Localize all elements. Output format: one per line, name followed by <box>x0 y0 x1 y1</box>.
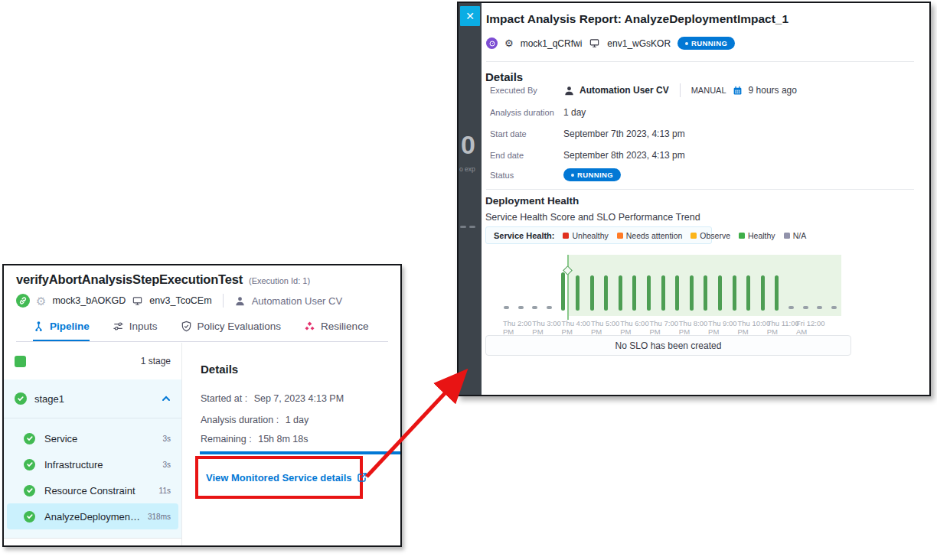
health-source-icon <box>486 37 498 49</box>
start-date-row: Start date September 7th 2023, 4:13 pm <box>490 129 685 139</box>
view-monitored-service-link[interactable]: View Monitored Service details <box>206 472 367 483</box>
legend-item-healthy: Healthy <box>739 231 775 240</box>
analysis-duration-row: Analysis duration : 1 day <box>201 415 309 425</box>
check-circle-icon <box>24 485 35 497</box>
x-axis-tick: Thu 10:00 PM <box>737 319 770 336</box>
executed-time: 9 hours ago <box>749 85 797 96</box>
legend-item-n-a: N/A <box>784 231 807 240</box>
divider <box>223 294 224 308</box>
background-remnant-dash <box>460 226 466 228</box>
x-axis-tick: Thu 4:00 PM <box>562 319 591 336</box>
resilience-icon <box>304 321 315 332</box>
stage-count-row: 1 stage <box>4 343 181 380</box>
check-circle-icon <box>24 511 35 523</box>
status-badge: RUNNING <box>677 37 735 50</box>
impact-analysis-modal: ✕ 0 o exp Impact Analysis Report: Analyz… <box>457 2 931 396</box>
service-health-legend: Service Health: UnhealthyNeeds attention… <box>485 226 712 244</box>
modal-title: Impact Analysis Report: AnalyzeDeploymen… <box>486 12 788 26</box>
execution-header: verifyAbortAnalysisStepExecutionTest (Ex… <box>4 265 400 342</box>
status-dot <box>685 42 688 45</box>
modal-meta-row: ⚙ mock1_qCRfwi env1_wGsKOR RUNNING <box>486 37 735 50</box>
x-axis-tick: Thu 8:00 PM <box>679 319 708 336</box>
health-dash-na <box>831 306 837 309</box>
health-bar-healthy <box>761 275 765 311</box>
background-remnant-zero: 0 <box>461 130 475 160</box>
legend-swatch <box>784 233 790 239</box>
health-bar-healthy <box>690 275 694 311</box>
health-bar-healthy <box>590 275 594 311</box>
modal-details-heading: Details <box>485 70 523 83</box>
stage-column: 1 stage stage1 Service3sInfrastructure3s… <box>4 343 182 545</box>
step-row-analyzedeploymentim-[interactable]: AnalyzeDeploymentIm...318ms <box>7 503 178 529</box>
slo-empty-state: No SLO has been created <box>485 335 851 356</box>
health-bar-healthy <box>775 275 779 311</box>
legend-swatch <box>563 233 569 239</box>
user-icon <box>234 295 246 307</box>
x-axis-tick: Thu 3:00 PM <box>532 319 561 336</box>
health-dash-na <box>518 306 524 309</box>
execution-id: (Execution Id: 1) <box>249 276 310 285</box>
annotation-highlight-box: View Monitored Service details <box>195 456 363 499</box>
stage-status-square <box>15 356 26 367</box>
link-icon <box>16 294 30 308</box>
stage-tree: stage1 Service3sInfrastructure3sResource… <box>4 379 181 539</box>
tab-pipeline[interactable]: Pipeline <box>33 314 90 341</box>
external-link-icon <box>357 472 367 483</box>
shield-check-icon <box>181 321 192 332</box>
health-bar-healthy <box>576 275 580 311</box>
pipeline-icon <box>33 321 44 332</box>
legend-swatch <box>739 233 745 239</box>
legend-item-observe: Observe <box>691 231 730 240</box>
details-heading: Details <box>201 363 238 376</box>
health-bar-healthy <box>604 275 608 311</box>
status-badge: RUNNING <box>563 168 621 181</box>
tab-policy-evaluations[interactable]: Policy Evaluations <box>181 314 282 341</box>
service-name: mock3_bAOKGD <box>52 295 126 306</box>
health-dash-na <box>547 306 552 309</box>
x-axis-tick: Thu 2:00 PM <box>503 319 532 336</box>
check-circle-icon <box>24 433 35 444</box>
divider <box>486 61 914 62</box>
legend-swatch <box>691 233 697 239</box>
deployment-health-subtitle: Service Health Score and SLO Performance… <box>485 212 700 223</box>
status-row: Status RUNNING <box>490 168 621 181</box>
health-bar-healthy <box>718 275 722 311</box>
tab-resilience[interactable]: Resilience <box>304 314 368 341</box>
remaining-row: Remaining : 15h 8m 18s <box>201 434 309 444</box>
calendar-icon <box>733 86 743 96</box>
step-row-resource-constraint[interactable]: Resource Constraint11s <box>7 477 178 503</box>
background-remnant-dash <box>469 226 475 228</box>
x-axis-tick: Thu 9:00 PM <box>708 319 737 336</box>
health-dash-na <box>504 306 509 309</box>
health-dash-na <box>803 306 808 309</box>
health-bar-healthy <box>675 275 679 311</box>
background-remnant-text: o exp <box>459 165 475 173</box>
health-dash-na <box>817 306 822 309</box>
health-bar-healthy <box>661 275 665 311</box>
step-row-infrastructure[interactable]: Infrastructure3s <box>7 451 178 477</box>
health-bar-healthy <box>746 275 750 311</box>
health-bar-healthy <box>561 272 565 311</box>
stage-row[interactable]: stage1 <box>4 379 181 418</box>
legend-item-unhealthy: Unhealthy <box>563 231 608 240</box>
stage-name: stage1 <box>34 393 162 405</box>
modal-overlay-strip: ✕ 0 o exp <box>459 3 482 395</box>
x-axis-tick: Thu 7:00 PM <box>650 319 679 336</box>
step-row-service[interactable]: Service3s <box>7 425 178 451</box>
check-circle-icon <box>15 392 27 405</box>
deployment-health-heading: Deployment Health <box>485 195 579 207</box>
status-dot <box>571 174 574 177</box>
tab-inputs[interactable]: Inputs <box>113 314 158 341</box>
health-dash-na <box>788 306 794 309</box>
analysis-duration-row: Analysis duration 1 day <box>490 107 586 118</box>
environment-icon <box>589 37 600 49</box>
chevron-up-icon[interactable] <box>162 394 171 403</box>
x-axis-tick: Thu 11:00 PM <box>767 319 799 336</box>
close-button[interactable]: ✕ <box>460 6 480 26</box>
step-list: Service3sInfrastructure3sResource Constr… <box>4 418 181 529</box>
modal-content: Impact Analysis Report: AnalyzeDeploymen… <box>482 3 929 395</box>
screenshot-canvas: verifyAbortAnalysisStepExecutionTest (Ex… <box>0 0 937 560</box>
environment-icon <box>132 295 143 307</box>
x-axis-tick: Fri 12:00 AM <box>796 319 825 336</box>
modal-environment-name: env1_wGsKOR <box>607 38 671 49</box>
